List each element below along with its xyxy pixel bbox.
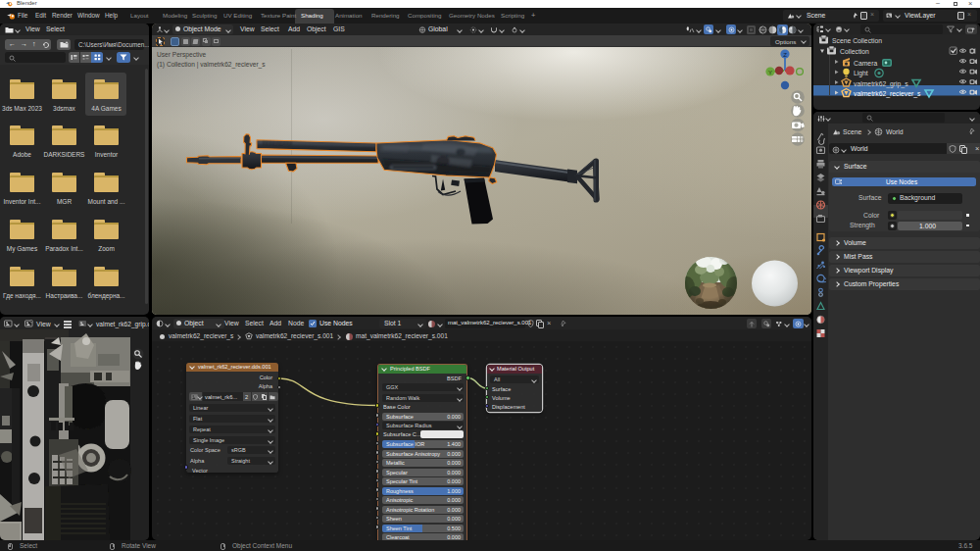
svg-text:Light: Light [854,70,868,77]
svg-text:Collection: Collection [840,48,869,55]
svg-text:Camera: Camera [854,60,877,67]
svg-text:valmetrk62_grip_s: valmetrk62_grip_s [854,80,908,88]
svg-text:Y: Y [768,70,772,75]
svg-text:valmetrk62_reciever_s: valmetrk62_reciever_s [854,90,921,98]
svg-text:Scene Collection: Scene Collection [832,37,882,44]
svg-text:Z: Z [783,52,787,58]
